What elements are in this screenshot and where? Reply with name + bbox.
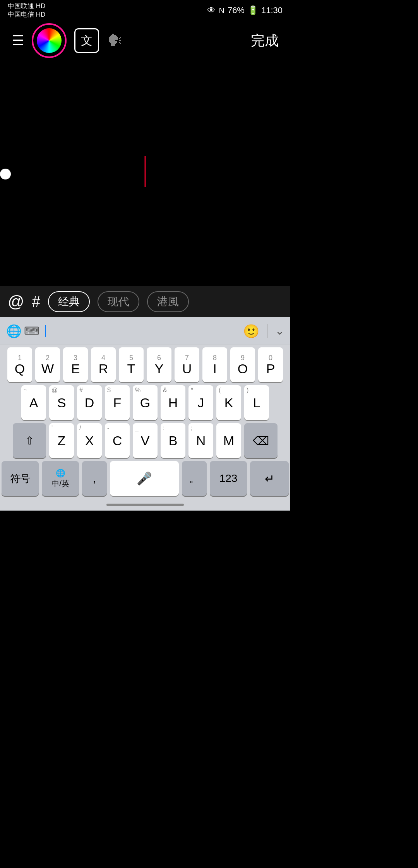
num-key[interactable]: 123	[210, 461, 247, 496]
globe-small-icon: 🌐	[56, 468, 65, 478]
key-g[interactable]: % G	[133, 385, 158, 420]
input-cursor	[45, 325, 46, 337]
key-y[interactable]: 6 Y	[147, 347, 171, 382]
mic-icon: 🎤	[137, 471, 152, 486]
key-j[interactable]: * J	[188, 385, 213, 420]
key-s[interactable]: @ S	[49, 385, 74, 420]
status-right: 👁 N 76% 🔋 11:30	[207, 5, 283, 15]
font-style-classic[interactable]: 经典	[48, 291, 90, 312]
key-r[interactable]: 4 R	[91, 347, 116, 382]
home-indicator-area	[0, 501, 290, 511]
key-b[interactable]: : B	[161, 423, 185, 458]
font-style-bar: @ # 经典 现代 港風	[0, 286, 290, 317]
delete-icon: ⌫	[253, 434, 269, 448]
toolbar-left: ☰ 文 🗣	[12, 23, 123, 58]
carrier-info: 中国联通 HD 中国电信 HD	[8, 2, 45, 19]
symbol-key[interactable]: 符号	[2, 461, 39, 496]
voice-button[interactable]: 🗣	[107, 31, 123, 50]
key-row-2: ~ A @ S # D $ F % G & H	[2, 385, 289, 420]
keyboard-area: 🌐 ⌨ 🙂 ⌄ 1 Q 2 W 3 E 4	[0, 317, 290, 511]
key-a[interactable]: ~ A	[21, 385, 46, 420]
key-w[interactable]: 2 W	[35, 347, 60, 382]
key-n[interactable]: ; N	[188, 423, 213, 458]
time: 11:30	[261, 5, 283, 15]
return-icon: ↵	[265, 472, 274, 485]
translate-button[interactable]: 文	[74, 28, 99, 53]
shift-key[interactable]: ⇧	[13, 423, 46, 458]
battery-icon: 🔋	[248, 5, 258, 15]
key-l[interactable]: ) L	[244, 385, 269, 420]
keyboard-top-right: 🙂 ⌄	[243, 323, 284, 339]
canvas-area[interactable]	[0, 62, 290, 286]
return-key[interactable]: ↵	[250, 461, 289, 496]
space-key[interactable]: 🎤	[110, 461, 179, 496]
period-key[interactable]: 。	[182, 461, 207, 496]
key-row-1: 1 Q 2 W 3 E 4 R 5 T 6 Y	[2, 347, 289, 382]
battery-percent: 76%	[228, 5, 245, 15]
key-m[interactable]: M	[216, 423, 241, 458]
key-h[interactable]: & H	[161, 385, 185, 420]
globe-keyboard-icon[interactable]: 🌐	[6, 324, 22, 338]
keyboard-top-left: 🌐 ⌨	[6, 324, 46, 338]
hash-symbol-button[interactable]: #	[32, 294, 40, 310]
left-handle[interactable]	[0, 169, 11, 179]
key-u[interactable]: 7 U	[175, 347, 199, 382]
key-d[interactable]: # D	[77, 385, 102, 420]
toolbar: ☰ 文 🗣 完成	[0, 19, 290, 62]
nfc-icon: N	[219, 6, 224, 15]
home-bar	[106, 504, 184, 506]
keyboard-hide-button[interactable]: ⌄	[275, 325, 284, 337]
eye-icon: 👁	[207, 5, 216, 15]
key-k[interactable]: ( K	[216, 385, 241, 420]
at-symbol-button[interactable]: @	[8, 292, 24, 311]
carrier2: 中国电信 HD	[8, 10, 45, 19]
keyboard-icon: ⌨	[24, 325, 39, 337]
carrier1: 中国联通 HD	[8, 2, 45, 10]
shift-icon: ⇧	[25, 434, 34, 447]
key-z[interactable]: ' Z	[49, 423, 74, 458]
key-i[interactable]: 8 I	[202, 347, 227, 382]
key-row-3: ⇧ ' Z / X - C _ V : B ;	[2, 423, 289, 458]
key-c[interactable]: - C	[105, 423, 130, 458]
keyboard-top-bar: 🌐 ⌨ 🙂 ⌄	[0, 317, 290, 345]
key-q[interactable]: 1 Q	[7, 347, 32, 382]
lang-key[interactable]: 🌐 中/英	[42, 461, 79, 496]
key-p[interactable]: 0 P	[258, 347, 283, 382]
key-t[interactable]: 5 T	[119, 347, 144, 382]
divider	[267, 324, 267, 338]
key-e[interactable]: 3 E	[63, 347, 88, 382]
text-cursor	[145, 156, 146, 187]
emoji-button[interactable]: 🙂	[243, 323, 259, 339]
font-style-modern[interactable]: 现代	[98, 291, 139, 312]
keyboard-rows: 1 Q 2 W 3 E 4 R 5 T 6 Y	[0, 345, 290, 501]
menu-icon[interactable]: ☰	[12, 32, 24, 49]
key-x[interactable]: / X	[77, 423, 102, 458]
font-style-hk[interactable]: 港風	[147, 291, 189, 312]
key-row-bottom: 符号 🌐 中/英 ， 🎤 。 123 ↵	[2, 461, 289, 496]
translate-icon: 文	[81, 33, 93, 49]
delete-key[interactable]: ⌫	[244, 423, 278, 458]
color-ring	[32, 23, 67, 58]
key-f[interactable]: $ F	[105, 385, 130, 420]
color-picker-button[interactable]	[32, 23, 67, 58]
status-bar: 中国联通 HD 中国电信 HD 👁 N 76% 🔋 11:30	[0, 0, 290, 19]
comma-key[interactable]: ，	[82, 461, 107, 496]
key-o[interactable]: 9 O	[230, 347, 255, 382]
done-button[interactable]: 完成	[251, 31, 279, 50]
key-v[interactable]: _ V	[133, 423, 158, 458]
